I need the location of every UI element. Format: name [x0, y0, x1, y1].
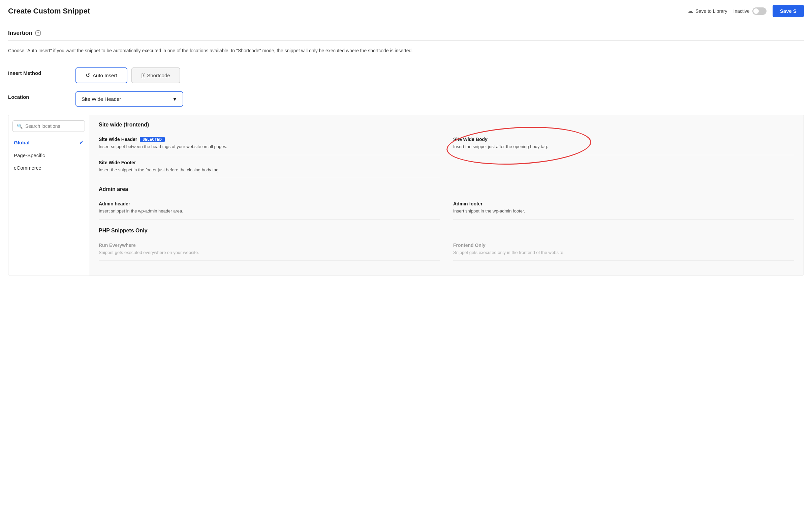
- location-column-left-sitewide: Site Wide Header SELECTED Insert snippet…: [99, 133, 440, 180]
- chevron-down-icon: ▼: [172, 96, 177, 102]
- cloud-icon: ☁: [687, 7, 693, 15]
- insertion-description: Choose "Auto Insert" if you want the sni…: [8, 41, 804, 60]
- location-item-admin-footer[interactable]: Admin footer Insert snippet in the wp-ad…: [453, 198, 794, 220]
- location-item-site-wide-header[interactable]: Site Wide Header SELECTED Insert snippet…: [99, 133, 440, 155]
- auto-insert-icon: ↺: [86, 72, 90, 79]
- check-icon: ✓: [79, 139, 84, 146]
- location-column-right-sitewide: Site Wide Body Insert the snippet just a…: [453, 133, 794, 180]
- location-dropdown-panel: 🔍 Global ✓ Page-Specific eCommerce Site …: [8, 115, 804, 276]
- insert-method-label: Insert Method: [8, 68, 62, 76]
- insert-method-row: Insert Method ↺ Auto Insert [/] Shortcod…: [8, 60, 804, 89]
- insertion-heading-label: Insertion: [8, 30, 32, 36]
- search-icon: 🔍: [17, 124, 23, 129]
- location-sidebar-nav: 🔍 Global ✓ Page-Specific eCommerce: [8, 115, 89, 275]
- location-grid-site-wide: Site Wide Header SELECTED Insert snippet…: [99, 133, 794, 180]
- active-toggle[interactable]: [752, 7, 766, 15]
- help-icon[interactable]: ?: [35, 30, 41, 36]
- location-content: Site wide (frontend) Site Wide Header SE…: [89, 115, 804, 275]
- insertion-section: Insertion ? Choose "Auto Insert" if you …: [0, 22, 812, 276]
- location-row: Location Site Wide Header ▼: [8, 89, 804, 112]
- location-column-right-admin: Admin footer Insert snippet in the wp-ad…: [453, 198, 794, 221]
- page-header: Create Custom Snippet ☁ Save to Library …: [0, 0, 812, 22]
- page-title: Create Custom Snippet: [8, 7, 90, 16]
- search-input[interactable]: [25, 124, 81, 129]
- group-title-admin: Admin area: [99, 186, 794, 192]
- group-title-site-wide: Site wide (frontend): [99, 122, 794, 128]
- search-box[interactable]: 🔍: [12, 120, 85, 132]
- shortcode-button[interactable]: [/] Shortcode: [132, 68, 180, 83]
- group-title-php: PHP Snippets Only: [99, 228, 794, 234]
- sidebar-item-ecommerce[interactable]: eCommerce: [8, 162, 89, 174]
- sidebar-item-page-specific[interactable]: Page-Specific: [8, 149, 89, 162]
- location-dropdown-trigger[interactable]: Site Wide Header ▼: [76, 91, 183, 107]
- location-item-site-wide-body[interactable]: Site Wide Body Insert the snippet just a…: [453, 133, 794, 155]
- auto-insert-button[interactable]: ↺ Auto Insert: [76, 68, 127, 83]
- location-group-site-wide-frontend: Site wide (frontend) Site Wide Header SE…: [99, 122, 794, 180]
- location-item-admin-header[interactable]: Admin header Insert snippet in the wp-ad…: [99, 198, 440, 220]
- save-button[interactable]: Save S: [773, 5, 804, 17]
- insert-method-buttons: ↺ Auto Insert [/] Shortcode: [76, 68, 180, 83]
- inactive-label: Inactive: [733, 8, 750, 14]
- location-label: Location: [8, 91, 62, 100]
- sidebar-item-global[interactable]: Global ✓: [8, 136, 89, 149]
- location-column-right-php: Frontend Only Snippet gets executed only…: [453, 239, 794, 262]
- site-wide-body-container: Site Wide Body Insert the snippet just a…: [453, 133, 794, 155]
- selected-badge: SELECTED: [140, 137, 165, 142]
- header-actions: ☁ Save to Library Inactive Save S: [687, 5, 804, 17]
- location-group-php: PHP Snippets Only Run Everywhere Snippet…: [99, 228, 794, 262]
- location-column-left-admin: Admin header Insert snippet in the wp-ad…: [99, 198, 440, 221]
- location-grid-php: Run Everywhere Snippet gets executed eve…: [99, 239, 794, 262]
- location-item-run-everywhere[interactable]: Run Everywhere Snippet gets executed eve…: [99, 239, 440, 261]
- location-column-left-php: Run Everywhere Snippet gets executed eve…: [99, 239, 440, 262]
- location-item-frontend-only[interactable]: Frontend Only Snippet gets executed only…: [453, 239, 794, 261]
- location-selected-value: Site Wide Header: [82, 96, 121, 102]
- section-heading: Insertion ?: [8, 30, 804, 41]
- location-item-site-wide-footer[interactable]: Site Wide Footer Insert the snippet in t…: [99, 157, 440, 179]
- location-grid-admin: Admin header Insert snippet in the wp-ad…: [99, 198, 794, 221]
- location-group-admin: Admin area Admin header Insert snippet i…: [99, 186, 794, 221]
- inactive-toggle-area: Inactive: [733, 7, 766, 15]
- save-to-library-button[interactable]: ☁ Save to Library: [687, 7, 727, 15]
